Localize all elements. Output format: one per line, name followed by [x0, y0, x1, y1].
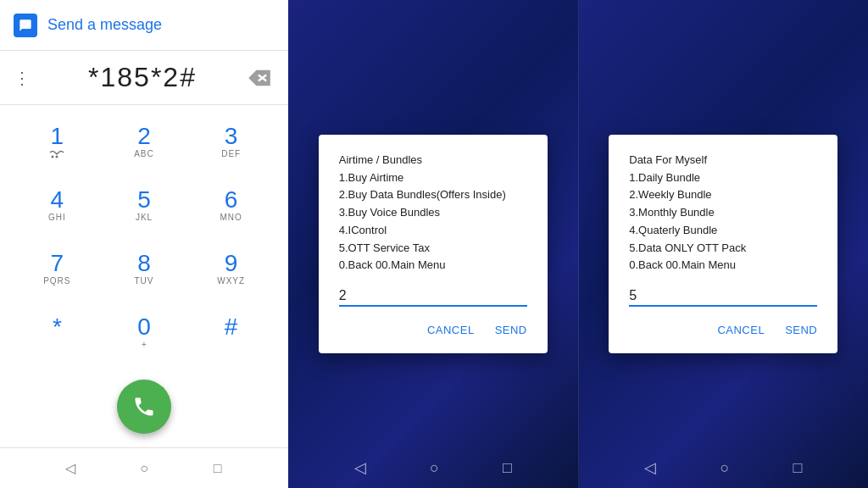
- key-0[interactable]: 0 +: [101, 302, 188, 363]
- ussd-cancel-button-2[interactable]: CANCEL: [717, 320, 765, 340]
- ussd-actions-1: CANCEL SEND: [339, 320, 527, 340]
- key-4[interactable]: 4 GHI: [14, 175, 101, 236]
- key-hash[interactable]: #: [187, 302, 275, 363]
- ussd-input-1[interactable]: [339, 288, 527, 303]
- ussd-nav-1: [288, 447, 578, 488]
- key-7[interactable]: 7 PQRS: [14, 239, 101, 300]
- home-button[interactable]: ○: [132, 457, 156, 480]
- ussd-content-2: Data For Myself 1.Daily Bundle 2.Weekly …: [629, 152, 817, 275]
- ussd-input-area-1: [339, 288, 527, 307]
- keypad: 1 2 ABC 3 DEF 4 GHI 5 JKL 6 MNO 7 PQRS: [0, 105, 288, 373]
- call-btn-area: [0, 373, 288, 447]
- recents-button[interactable]: □: [206, 457, 230, 480]
- ussd2-home-button[interactable]: [720, 459, 729, 477]
- key-9[interactable]: 9 WXYZ: [187, 239, 275, 300]
- ussd-nav-2: [579, 447, 869, 488]
- ussd2-recents-button[interactable]: [793, 459, 803, 477]
- dialer-panel: Send a message ⋮ *185*2# 1 2 ABC 3 DEF: [0, 0, 288, 488]
- dialer-header: Send a message: [0, 0, 288, 51]
- dialer-title: Send a message: [47, 16, 162, 34]
- dialer-nav-bar: ◁ ○ □: [0, 447, 288, 488]
- ussd2-back-button[interactable]: [644, 458, 656, 477]
- key-1[interactable]: 1: [14, 112, 101, 173]
- ussd-cancel-button-1[interactable]: CANCEL: [427, 320, 475, 340]
- svg-point-2: [52, 156, 54, 158]
- key-star[interactable]: *: [14, 302, 101, 363]
- message-icon: [14, 14, 37, 37]
- options-menu-btn[interactable]: ⋮: [14, 69, 31, 86]
- ussd1-home-button[interactable]: [430, 459, 439, 477]
- key-3[interactable]: 3 DEF: [187, 112, 275, 173]
- ussd-dialog-2: Data For Myself 1.Daily Bundle 2.Weekly …: [609, 135, 837, 354]
- dialer-input-area: ⋮ *185*2#: [0, 51, 288, 105]
- dialer-number-display: *185*2#: [41, 62, 244, 93]
- ussd-panel-1: Airtime / Bundles 1.Buy Airtime 2.Buy Da…: [288, 0, 578, 488]
- call-button[interactable]: [117, 380, 171, 434]
- key-5[interactable]: 5 JKL: [101, 175, 188, 236]
- svg-point-3: [56, 156, 58, 158]
- ussd-dialog-1: Airtime / Bundles 1.Buy Airtime 2.Buy Da…: [319, 135, 548, 354]
- key-8[interactable]: 8 TUV: [101, 239, 188, 300]
- key-6[interactable]: 6 MNO: [187, 175, 275, 236]
- backspace-button[interactable]: [244, 63, 275, 93]
- ussd-input-2[interactable]: [629, 288, 817, 303]
- key-2[interactable]: 2 ABC: [101, 112, 188, 173]
- ussd-send-button-1[interactable]: SEND: [495, 320, 527, 340]
- ussd1-recents-button[interactable]: [503, 459, 512, 477]
- ussd-panel-2: Data For Myself 1.Daily Bundle 2.Weekly …: [578, 0, 869, 488]
- ussd-content-1: Airtime / Bundles 1.Buy Airtime 2.Buy Da…: [339, 152, 527, 275]
- ussd-actions-2: CANCEL SEND: [629, 320, 817, 340]
- back-button[interactable]: ◁: [58, 457, 82, 480]
- ussd-send-button-2[interactable]: SEND: [785, 320, 817, 340]
- ussd-input-area-2: [629, 288, 817, 307]
- ussd1-back-button[interactable]: [354, 458, 366, 477]
